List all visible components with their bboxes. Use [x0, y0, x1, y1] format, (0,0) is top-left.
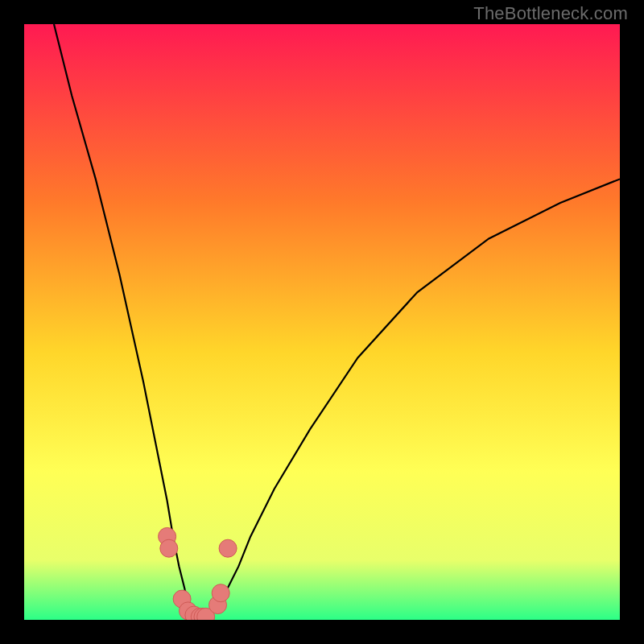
highlight-dot	[219, 539, 237, 557]
watermark-text: TheBottleneck.com	[473, 3, 628, 24]
chart-container: TheBottleneck.com	[0, 0, 644, 644]
highlight-dot	[160, 539, 178, 557]
gradient-background	[24, 24, 620, 620]
highlight-dot	[212, 584, 229, 602]
chart-svg	[24, 24, 620, 620]
plot-area	[24, 24, 620, 620]
